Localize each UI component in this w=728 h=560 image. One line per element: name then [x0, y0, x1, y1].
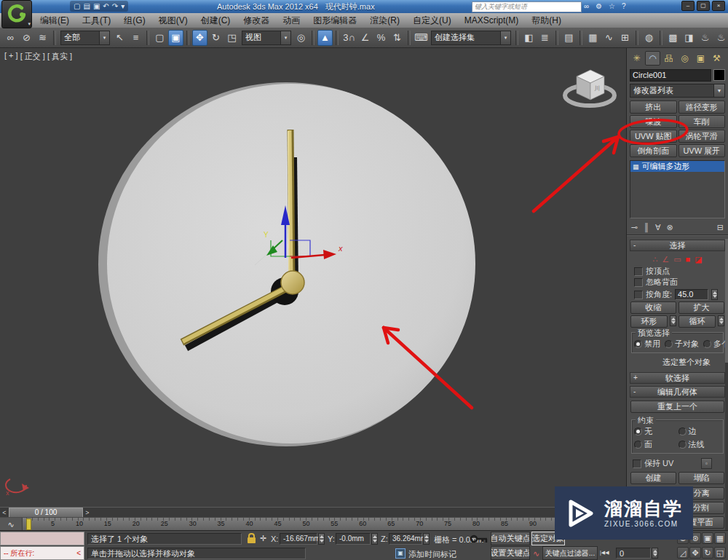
new-file-icon[interactable]: ▢ — [74, 1, 80, 12]
make-unique-icon[interactable]: ∀ — [655, 223, 661, 232]
by-angle-checkbox[interactable] — [634, 291, 643, 299]
modify-tab[interactable]: ◠ — [645, 51, 660, 66]
search-icon[interactable]: ∞ — [584, 1, 589, 12]
modifier-button-lathe[interactable]: 车削 — [678, 115, 726, 128]
by-vertex-checkbox[interactable] — [634, 267, 643, 276]
coord-y-field[interactable]: -0.0mm — [336, 533, 371, 545]
help-icon[interactable]: ? — [622, 1, 626, 12]
create-tab[interactable]: ✳ — [629, 51, 644, 66]
set-key-button[interactable]: 设置关键点 — [491, 546, 530, 560]
preview-option-1[interactable]: 子对象 — [665, 339, 699, 350]
collapse-button[interactable]: 塌陷 — [678, 472, 724, 484]
menu-animation[interactable]: 动画 — [276, 13, 306, 28]
menu-views[interactable]: 视图(V) — [152, 13, 194, 28]
ignore-backfacing-checkbox[interactable] — [634, 278, 643, 287]
modifier-button-bevel-profile[interactable]: 倒角剖面 — [630, 144, 677, 157]
menu-tools[interactable]: 工具(T) — [76, 13, 117, 28]
menu-edit[interactable]: 编辑(E) — [33, 13, 76, 28]
angle-snap-icon[interactable]: ∠ — [357, 30, 373, 46]
zoom-extents-all-icon[interactable]: ▦ — [714, 532, 726, 544]
render-production-icon[interactable]: ♨ — [697, 30, 713, 46]
reference-coordinate-dropdown[interactable]: 视图▾ — [242, 31, 291, 45]
object-name-field[interactable]: Circle001 — [630, 69, 711, 82]
toolbar-options-chevron-icon[interactable]: ▾ — [121, 1, 124, 12]
menu-graph-editors[interactable]: 图形编辑器 — [306, 13, 363, 28]
menu-rendering[interactable]: 渲染(R) — [363, 13, 406, 28]
material-editor-icon[interactable]: ◍ — [641, 30, 657, 46]
remove-modifier-icon[interactable]: ⊗ — [667, 223, 673, 232]
shrink-button[interactable]: 收缩 — [630, 301, 676, 314]
unlink-selection-icon[interactable]: ⊘ — [19, 30, 34, 46]
mini-curve-editor-button[interactable]: ∿ — [0, 518, 23, 531]
prev-frame-arrow[interactable]: < — [0, 508, 9, 517]
set-key-icon[interactable] — [470, 534, 488, 544]
mirror-icon[interactable]: ◧ — [521, 30, 537, 46]
track-bar[interactable]: ∿ 05101520253035404550556065707580859095… — [0, 517, 626, 530]
constraint-option-3[interactable]: 法线 — [678, 439, 721, 450]
graphite-ribbon-icon[interactable]: ▦ — [585, 30, 601, 46]
constraint-option-2[interactable]: 面 — [634, 439, 677, 450]
current-frame-marker[interactable] — [26, 518, 31, 530]
select-and-link-icon[interactable]: ∞ — [3, 30, 18, 46]
preview-option-0[interactable]: 禁用 — [634, 339, 660, 350]
time-slider-handle[interactable]: 0 / 100 — [9, 508, 83, 518]
panel-scrollbar[interactable] — [725, 239, 728, 530]
modifier-button-unwrap-uvw[interactable]: UVW 展开 — [678, 144, 726, 157]
by-angle-field[interactable]: 45.0 — [675, 289, 708, 300]
by-angle-spinner[interactable] — [711, 289, 718, 300]
xyz-toggle-icon[interactable]: ✛ — [260, 534, 266, 543]
modifier-button-turbosmooth[interactable]: 涡轮平滑 — [678, 130, 726, 143]
configure-modifier-sets-icon[interactable]: ⊟ — [717, 223, 724, 232]
menu-modifiers[interactable]: 修改器 — [237, 13, 276, 28]
element-icon[interactable]: ◪ — [695, 255, 702, 264]
selection-filter-dropdown[interactable]: 全部▾ — [60, 31, 110, 45]
keyboard-override-icon[interactable]: ⌨ — [414, 30, 429, 46]
stack-item[interactable]: ▦可编辑多边形 — [630, 161, 724, 172]
select-and-rotate-icon[interactable]: ↻ — [208, 30, 223, 46]
display-tab[interactable]: ▣ — [693, 51, 708, 66]
polygon-icon[interactable]: ■ — [686, 255, 691, 264]
border-icon[interactable]: ▭ — [673, 255, 681, 264]
preserve-uv-settings-button[interactable]: ▫ — [701, 458, 712, 469]
curve-editor-icon[interactable]: ∿ — [601, 30, 617, 46]
modifier-button-path-deform[interactable]: 路径变形 — [678, 100, 726, 114]
window-crossing-icon[interactable]: ▣ — [168, 30, 183, 46]
edge-icon[interactable]: ∠ — [662, 255, 669, 264]
object-color-swatch[interactable] — [713, 69, 725, 81]
show-end-result-icon[interactable]: ║ — [644, 223, 649, 232]
favorites-icon[interactable]: ☆ — [609, 1, 615, 12]
align-icon[interactable]: ≣ — [537, 30, 553, 46]
orbit-icon[interactable]: ↻ — [702, 547, 713, 559]
motion-tab[interactable]: ◎ — [677, 51, 692, 66]
communication-center-icon[interactable]: ⚙ — [596, 1, 602, 12]
modifier-button-extrude[interactable]: 挤出 — [630, 100, 677, 114]
coord-x-field[interactable]: -16.667mm — [280, 533, 317, 545]
bind-to-space-warp-icon[interactable]: ≋ — [35, 30, 50, 46]
pan-icon[interactable]: ✥ — [689, 547, 701, 559]
coord-z-spinner[interactable] — [423, 533, 430, 545]
rollout-selection[interactable]: - 选择 — [630, 240, 725, 251]
loop-button[interactable]: 循环 — [678, 315, 716, 328]
redo-icon[interactable]: ↷ — [112, 1, 118, 12]
constraint-option-1[interactable]: 边 — [678, 426, 721, 437]
hierarchy-tab[interactable]: 品 — [661, 51, 676, 66]
viewcube[interactable]: 川 — [561, 63, 619, 112]
viewport[interactable]: x Y x [ + ] [ 正交 ] [ 真实 ] 川 — [0, 48, 626, 507]
render-iterative-icon[interactable]: ♨ — [713, 30, 728, 46]
frame-spinner[interactable] — [652, 548, 658, 559]
snap-toggle-3d-icon[interactable]: 3∩ — [341, 30, 357, 46]
preserve-uv-checkbox[interactable] — [633, 460, 641, 468]
zoom-extents-icon[interactable]: ▣ — [702, 532, 713, 544]
rollout-edit-geometry[interactable]: - 编辑几何体 — [630, 386, 725, 398]
rollout-soft-selection[interactable]: + 软选择 — [630, 372, 725, 384]
select-and-manipulate-icon[interactable]: ▲ — [317, 30, 333, 46]
time-slider[interactable]: < 0 / 100 > — [0, 507, 626, 517]
coord-y-spinner[interactable] — [371, 533, 378, 545]
menu-customize[interactable]: 自定义(U) — [406, 13, 458, 28]
named-selection-sets-dropdown[interactable]: 创建选择集▾ — [431, 31, 511, 45]
percent-snap-icon[interactable]: % — [373, 30, 389, 46]
modifier-list-dropdown[interactable]: 修改器列表 ▼ — [630, 84, 725, 98]
pin-stack-icon[interactable]: ⊸ — [631, 223, 638, 232]
vertex-icon[interactable]: ∴ — [652, 255, 657, 264]
next-frame-arrow[interactable]: > — [83, 508, 92, 517]
